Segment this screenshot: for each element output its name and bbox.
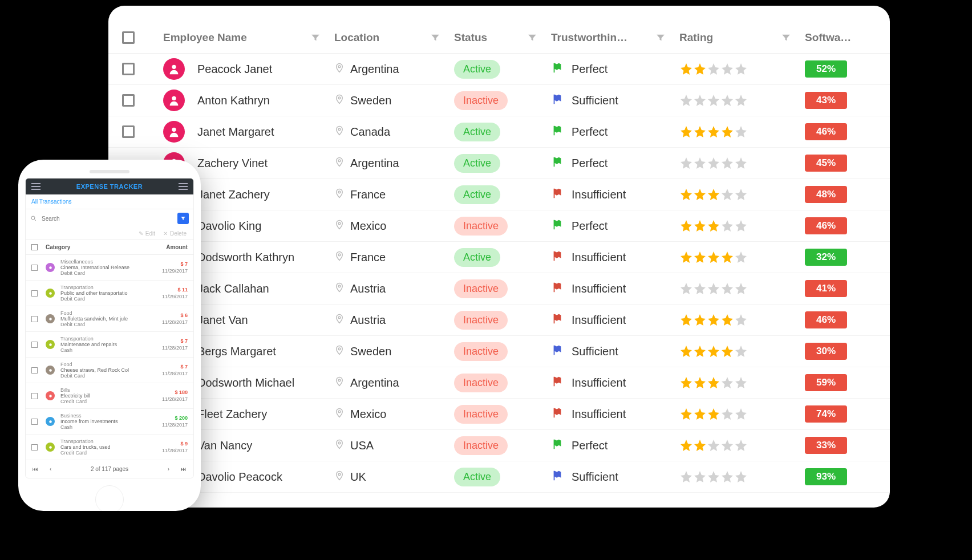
table-row[interactable]: Davolio PeacockUKActiveSufficient93% bbox=[108, 461, 890, 493]
table-row[interactable]: Anton KathrynSwedenInactiveSufficient43% bbox=[108, 85, 890, 116]
search-input[interactable] bbox=[40, 213, 174, 224]
percent-badge: 45% bbox=[805, 155, 847, 172]
column-header-status[interactable]: Status bbox=[454, 31, 551, 44]
column-header-rating[interactable]: Rating bbox=[679, 31, 805, 44]
table-row[interactable]: Dodsworth KathrynFranceActiveInsufficien… bbox=[108, 242, 890, 273]
pin-icon bbox=[334, 188, 345, 201]
pin-icon bbox=[334, 345, 345, 358]
transaction-info: TransportationPublic and other transport… bbox=[60, 285, 162, 302]
menu-icon[interactable] bbox=[31, 183, 40, 190]
rating-stars[interactable] bbox=[679, 94, 748, 107]
phone-mockup: EXPENSE TRACKER All Transactions ✎ Edit … bbox=[18, 160, 201, 511]
status-badge: Inactive bbox=[454, 279, 508, 298]
row-checkbox[interactable] bbox=[31, 367, 38, 374]
list-item[interactable]: TransportationMaintenance and repairsCas… bbox=[26, 332, 193, 358]
rating-stars[interactable] bbox=[679, 376, 748, 389]
table-row[interactable]: Peacock JanetArgentinaActivePerfect52% bbox=[108, 54, 890, 85]
select-all-checkbox[interactable] bbox=[122, 31, 135, 44]
employee-name: Zachery Vinet bbox=[197, 157, 268, 170]
category-icon bbox=[46, 289, 55, 298]
table-row[interactable]: Zachery VinetArgentinaActivePerfect45% bbox=[108, 148, 890, 179]
svg-point-15 bbox=[338, 285, 341, 287]
edit-button[interactable]: ✎ Edit bbox=[139, 230, 155, 237]
svg-point-37 bbox=[49, 446, 52, 449]
filter-icon[interactable] bbox=[430, 33, 440, 43]
row-checkbox[interactable] bbox=[122, 125, 135, 138]
row-checkbox[interactable] bbox=[31, 419, 38, 425]
list-item[interactable]: FoodCheese straws, Red Rock ColDebit Car… bbox=[26, 358, 193, 383]
pager-prev[interactable]: ‹ bbox=[50, 466, 51, 472]
date: 11/28/2017 bbox=[162, 422, 188, 428]
trust-value: Sufficient bbox=[572, 345, 618, 358]
flag-icon bbox=[551, 250, 572, 265]
rating-stars[interactable] bbox=[679, 282, 748, 295]
rating-stars[interactable] bbox=[679, 313, 748, 327]
column-header-name[interactable]: Employee Name bbox=[163, 31, 334, 44]
transaction-info: FoodMuffuletta sandwich, Mint juleDebit … bbox=[60, 310, 162, 327]
rating-stars[interactable] bbox=[679, 156, 748, 170]
employee-name: Bergs Margaret bbox=[197, 345, 276, 358]
percent-badge: 46% bbox=[805, 217, 847, 234]
rating-stars[interactable] bbox=[679, 62, 748, 76]
filter-icon[interactable] bbox=[527, 33, 537, 43]
list-item[interactable]: FoodMuffuletta sandwich, Mint juleDebit … bbox=[26, 306, 193, 332]
column-header-software[interactable]: Software F bbox=[805, 31, 868, 44]
table-row[interactable]: Janet ZacheryFranceActiveInsufficient48% bbox=[108, 179, 890, 210]
rating-stars[interactable] bbox=[679, 125, 748, 139]
home-button[interactable] bbox=[95, 485, 124, 511]
description: Cheese straws, Red Rock Col bbox=[60, 367, 135, 373]
table-row[interactable]: Fleet ZacheryMexicoInactiveInsufficient7… bbox=[108, 399, 890, 430]
header-amount: Amount bbox=[166, 244, 188, 250]
row-checkbox[interactable] bbox=[31, 290, 38, 297]
rating-stars[interactable] bbox=[679, 470, 748, 484]
section-title: All Transactions bbox=[26, 194, 193, 209]
rating-stars[interactable] bbox=[679, 344, 748, 358]
column-header-trust[interactable]: Trustworthin… bbox=[551, 31, 679, 44]
status-badge: Inactive bbox=[454, 91, 508, 110]
table-row[interactable]: Janet MargaretCanadaActivePerfect46% bbox=[108, 116, 890, 148]
amount: $ 6 bbox=[162, 313, 188, 318]
transaction-info: BillsElectricity billCredit Card bbox=[60, 387, 162, 404]
table-row[interactable]: Bergs MargaretSwedenInactiveSufficient30… bbox=[108, 336, 890, 367]
row-checkbox[interactable] bbox=[31, 265, 38, 271]
list-item[interactable]: TransportationPublic and other transport… bbox=[26, 281, 193, 306]
pager: ⏮ ‹ 2 of 117 pages › ⏭ bbox=[26, 460, 193, 478]
flag-icon bbox=[551, 124, 572, 140]
table-row[interactable]: Jack CallahanAustriaInactiveInsufficient… bbox=[108, 273, 890, 305]
svg-point-34 bbox=[49, 369, 52, 372]
status-badge: Inactive bbox=[454, 342, 508, 361]
table-row[interactable]: Davolio KingMexicoInactivePerfect46% bbox=[108, 210, 890, 242]
pager-last[interactable]: ⏭ bbox=[181, 466, 187, 472]
rating-stars[interactable] bbox=[679, 407, 748, 421]
date: 11/29/2017 bbox=[162, 294, 188, 299]
row-checkbox[interactable] bbox=[31, 393, 38, 399]
list-item[interactable]: BillsElectricity billCredit Card$ 18011/… bbox=[26, 383, 193, 409]
list-item[interactable]: MiscellaneousCinema, International Relea… bbox=[26, 255, 193, 281]
filter-icon[interactable] bbox=[310, 33, 321, 43]
delete-button[interactable]: ✕ Delete bbox=[163, 230, 187, 237]
filter-icon[interactable] bbox=[781, 33, 791, 43]
settings-icon[interactable] bbox=[179, 183, 188, 190]
table-row[interactable]: Van NancyUSAInactivePerfect33% bbox=[108, 430, 890, 461]
rating-stars[interactable] bbox=[679, 439, 748, 452]
list-item[interactable]: TransportationCars and trucks, usedCredi… bbox=[26, 435, 193, 460]
rating-stars[interactable] bbox=[679, 219, 748, 233]
row-checkbox[interactable] bbox=[31, 316, 38, 322]
pager-first[interactable]: ⏮ bbox=[33, 466, 38, 472]
pager-next[interactable]: › bbox=[168, 466, 169, 472]
row-checkbox[interactable] bbox=[122, 94, 135, 107]
row-checkbox[interactable] bbox=[31, 444, 38, 451]
row-checkbox[interactable] bbox=[122, 63, 135, 75]
filter-icon[interactable] bbox=[655, 33, 666, 43]
select-all-checkbox[interactable] bbox=[31, 244, 38, 250]
rating-stars[interactable] bbox=[679, 188, 748, 201]
row-checkbox[interactable] bbox=[31, 342, 38, 348]
svg-point-3 bbox=[338, 97, 341, 99]
filter-button[interactable] bbox=[177, 213, 189, 224]
list-item[interactable]: BusinessIncome from investmentsCash$ 200… bbox=[26, 409, 193, 435]
column-header-location[interactable]: Location bbox=[334, 31, 454, 44]
table-row[interactable]: Janet VanAustriaInactiveInsufficient46% bbox=[108, 305, 890, 336]
table-row[interactable]: Dodsworth MichaelArgentinaInactiveInsuff… bbox=[108, 367, 890, 399]
flag-icon bbox=[551, 62, 572, 77]
rating-stars[interactable] bbox=[679, 250, 748, 264]
